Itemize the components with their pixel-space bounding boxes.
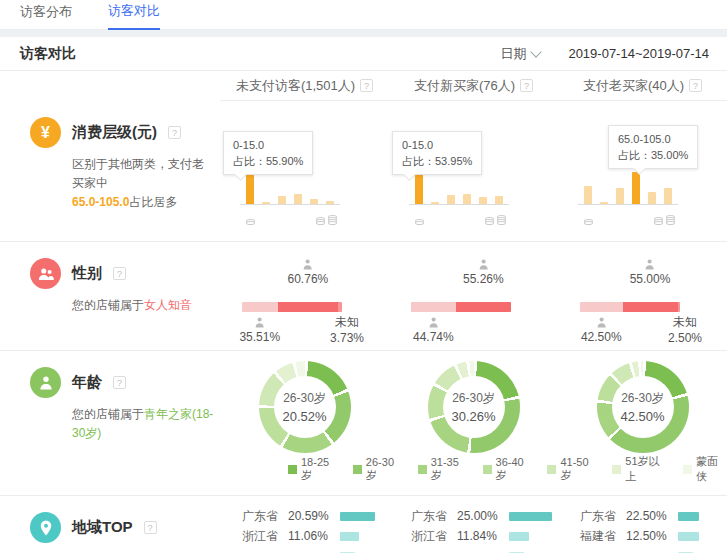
region-row: 广东省22.50% (580, 506, 721, 526)
region-pct: 11.06% (288, 529, 340, 543)
male-stat: 35.51% (239, 316, 280, 344)
female-segment (456, 302, 511, 312)
date-range-value[interactable]: 2019-07-14~2019-07-14 (568, 46, 709, 61)
help-icon[interactable]: ? (144, 521, 157, 534)
unknown-pct: 3.73% (330, 330, 364, 346)
person-icon (30, 367, 61, 398)
cohort-header-unpaid: 未支付访客(1,501人) ? (220, 77, 389, 95)
help-icon[interactable]: ? (113, 267, 126, 280)
gender-desc-prefix: 您的店铺属于 (72, 298, 144, 312)
donut-center-value: 42.50% (620, 409, 664, 424)
legend-item: 18-25岁 (288, 456, 338, 483)
tab-bar: 访客分布 访客对比 (0, 0, 727, 30)
gender-chart-old-buyers[interactable]: 55.00% 42.50% 未知 2.50% (558, 242, 727, 350)
female-segment (278, 302, 339, 312)
gender-chart-unpaid[interactable]: 60.76% 35.51% 未知 3.73% (220, 242, 389, 350)
male-pct: 35.51% (239, 330, 280, 344)
help-icon[interactable]: ? (113, 376, 126, 389)
region-pct: 11.84% (457, 529, 509, 543)
unknown-pct: 2.50% (668, 330, 702, 346)
female-pct: 55.26% (463, 272, 504, 286)
help-icon[interactable]: ? (168, 126, 181, 139)
age-desc-prefix: 您的店铺属于 (72, 407, 144, 421)
female-stat: 55.00% (630, 258, 671, 286)
tab-visitor-compare[interactable]: 访客对比 (108, 2, 160, 30)
region-row: 广东省25.00% (411, 506, 552, 526)
region-bar (678, 532, 699, 541)
consume-chart-old-buyers[interactable]: 65.0-105.0 占比：35.00% (558, 101, 727, 241)
date-dropdown-label: 日期 (500, 45, 526, 63)
consume-bars (240, 172, 340, 205)
male-segment (580, 302, 623, 312)
gender-section-title: 性别 (72, 264, 102, 283)
help-icon[interactable]: ? (689, 79, 702, 92)
money-icon: ¥ (30, 117, 61, 148)
male-stat: 44.74% (413, 316, 454, 344)
female-icon (643, 258, 657, 271)
gender-chart-new-buyers[interactable]: 55.26% 44.74% (389, 242, 558, 350)
region-name: 广东省 (242, 508, 288, 525)
legend-item: 31-35岁 (418, 456, 468, 483)
gender-section-desc: 您的店铺属于女人知音 (72, 296, 214, 315)
date-dropdown[interactable]: 日期 (500, 45, 540, 63)
chart-tooltip: 0-15.0 占比：55.90% (223, 131, 313, 175)
age-donut: 26-30岁 42.50% (597, 361, 689, 453)
consume-desc-suffix: 占比居多 (129, 195, 177, 209)
legend-swatch (683, 465, 692, 474)
consume-bars (409, 172, 509, 205)
legend-item: 51岁以上 (612, 454, 668, 484)
tab-visitor-distribution[interactable]: 访客分布 (20, 3, 72, 29)
legend-label: 31-35岁 (431, 456, 468, 483)
legend-swatch (483, 465, 492, 474)
consume-chart-unpaid[interactable]: 0-15.0 占比：55.90% (220, 101, 389, 241)
legend-swatch (547, 465, 556, 474)
consume-desc-highlight: 65.0-105.0 (72, 195, 129, 209)
region-section-title: 地域TOP (72, 518, 133, 537)
female-stat: 55.26% (463, 258, 504, 286)
age-section-title: 年龄 (72, 373, 102, 392)
consume-chart-new-buyers[interactable]: 0-15.0 占比：53.95% (389, 101, 558, 241)
legend-item: 蒙面侠 (683, 454, 727, 484)
unknown-segment (678, 302, 681, 312)
region-row (242, 546, 383, 553)
gender-bar (242, 302, 342, 312)
help-icon[interactable]: ? (520, 79, 533, 92)
cohort-header-old-buyers-label: 支付老买家(40人) (583, 77, 684, 95)
visitor-compare-page: 访客分布 访客对比 访客对比 日期 2019-07-14~2019-07-14 … (0, 0, 727, 553)
low-spend-icon (415, 221, 424, 225)
tooltip-ratio: 占比：35.00% (618, 147, 688, 163)
donut-center: 26-30岁 42.50% (612, 376, 674, 438)
region-name: 浙江省 (242, 528, 288, 545)
donut-center-label: 26-30岁 (452, 390, 495, 407)
region-name: 浙江省 (411, 528, 457, 545)
region-pct: 12.50% (626, 529, 678, 543)
region-row: 福建省12.50% (580, 526, 721, 546)
region-row (580, 546, 721, 553)
female-icon (301, 258, 315, 271)
cohort-header-new-buyers-label: 支付新买家(76人) (414, 77, 515, 95)
region-list-old-buyers: 广东省22.50% 福建省12.50% (558, 496, 727, 553)
section-consume-level: ¥ 消费层级(元) ? 区别于其他两类，支付老买家中 65.0-105.0占比居… (0, 101, 727, 242)
donut-center: 26-30岁 20.52% (274, 376, 336, 438)
unknown-segment (338, 302, 342, 312)
page-title: 访客对比 (20, 45, 76, 63)
cohort-header-old-buyers: 支付老买家(40人) ? (558, 77, 727, 95)
female-pct: 60.76% (288, 272, 329, 286)
consume-desc-line1: 区别于其他两类，支付老买家中 (72, 157, 204, 190)
tooltip-ratio: 占比：53.95% (402, 153, 472, 169)
donut-center: 26-30岁 30.26% (443, 376, 505, 438)
location-pin-icon (30, 512, 61, 543)
legend-item: 41-50岁 (547, 456, 597, 483)
male-segment (411, 302, 456, 312)
help-icon[interactable]: ? (360, 79, 373, 92)
chart-tooltip: 0-15.0 占比：53.95% (392, 131, 482, 175)
consume-section-desc: 区别于其他两类，支付老买家中 65.0-105.0占比居多 (72, 155, 214, 212)
consume-bars (578, 172, 678, 205)
male-icon (594, 316, 608, 329)
female-segment (623, 302, 678, 312)
region-row (411, 546, 552, 553)
region-bar (509, 512, 552, 521)
region-list-unpaid: 广东省20.59% 浙江省11.06% (220, 496, 389, 553)
donut-center-value: 20.52% (282, 409, 326, 424)
region-row: 浙江省11.06% (242, 526, 383, 546)
